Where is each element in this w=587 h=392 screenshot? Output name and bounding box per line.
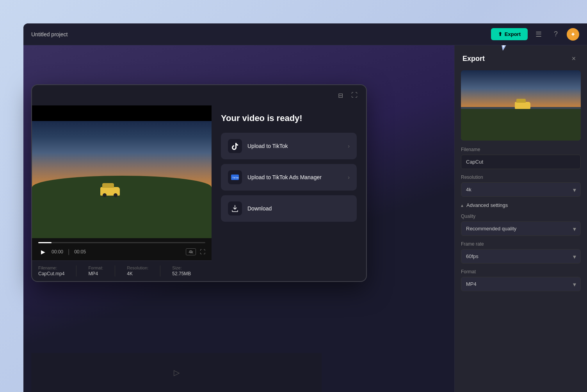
player-fullscreen-icon: ⛶ (200, 249, 205, 255)
menu-icon-button[interactable]: ☰ (532, 28, 545, 41)
framerate-select-wrapper: 60fps 30fps 24fps ▾ (461, 249, 581, 264)
modal-actions: Your video is ready! Upload to TikTok › (212, 105, 366, 281)
menu-icon: ☰ (535, 30, 542, 39)
modal-top-bar: ⊟ ⛶ (32, 85, 366, 105)
close-icon: × (572, 55, 576, 63)
filename-input[interactable] (461, 155, 581, 169)
tiktok-btn-label: Upload to TikTok (247, 143, 342, 149)
file-info: Filename: CapCut.mp4 Format: MP4 Resolut… (32, 260, 212, 281)
progress-fill (38, 242, 52, 243)
tiktok-icon (231, 142, 239, 150)
play-button[interactable]: ▶ (38, 247, 48, 257)
download-icon-container (228, 201, 242, 216)
player-fullscreen-button[interactable]: ⛶ (200, 249, 205, 255)
download-button[interactable]: Download (221, 195, 357, 222)
filename-form-label: Filename (461, 147, 581, 152)
modal-body: ▶ 00:00 | 00:05 4k ⛶ (32, 105, 366, 281)
upload-tiktok-ads-button[interactable]: TikTok Upload to TikTok Ads Manager › (221, 164, 357, 191)
resolution-select[interactable]: 4k 1080p 720p (461, 182, 581, 197)
main-content: ⊟ ⛶ (23, 45, 587, 392)
format-label: Format: (88, 265, 103, 270)
avatar: ✦ (571, 31, 575, 37)
tiktok-ads-icon-container: TikTok (228, 170, 242, 184)
help-icon-button[interactable]: ? (550, 28, 562, 41)
timeline-play-icon: ▷ (174, 368, 180, 377)
export-button[interactable]: ⬆ Export (491, 28, 528, 40)
project-title: Untitled project (31, 31, 68, 37)
time-total: 00:05 (74, 249, 86, 255)
time-current: 00:00 (52, 249, 63, 255)
help-icon: ? (554, 30, 558, 38)
filename-value: CapCut.mp4 (38, 271, 64, 276)
resolution-label: Resolution: (127, 265, 148, 270)
preview-van (515, 102, 530, 110)
file-info-format: Format: MP4 (88, 265, 103, 276)
file-info-resolution: Resolution: 4K (127, 265, 148, 276)
download-icon (231, 205, 239, 212)
quality-form-label: Quality (461, 214, 581, 219)
format-select[interactable]: MP4 MOV GIF (461, 277, 581, 291)
left-area: ⊟ ⛶ (23, 45, 454, 392)
svg-text:TikTok: TikTok (232, 176, 239, 179)
video-black-top (32, 105, 212, 121)
export-upload-icon: ⬆ (498, 31, 502, 37)
video-controls: ▶ 00:00 | 00:05 4k ⛶ (32, 238, 212, 260)
fullscreen-icon-button[interactable]: ⛶ (349, 90, 360, 101)
quality-badge[interactable]: 4k (186, 248, 196, 255)
van-wheel-left (103, 193, 107, 197)
play-icon: ▶ (41, 249, 45, 255)
preview-hills (461, 109, 581, 141)
top-bar-actions: ⬆ Export ☰ ? ✦ (491, 28, 579, 41)
feedback-icon: ⊟ (338, 92, 343, 99)
file-info-divider-1 (76, 265, 76, 276)
format-form-label: Format (461, 269, 581, 274)
export-panel-title: Export (462, 55, 485, 63)
file-info-divider-3 (160, 265, 160, 276)
framerate-select[interactable]: 60fps 30fps 24fps (461, 249, 581, 264)
file-info-filename: Filename: CapCut.mp4 (38, 265, 64, 276)
resolution-value: 4K (127, 271, 148, 276)
file-info-divider-2 (115, 265, 115, 276)
advanced-settings-label: Advanced settings (466, 202, 508, 208)
tiktok-chevron-icon: › (348, 143, 350, 149)
van (100, 187, 120, 198)
ready-title: Your video is ready! (221, 113, 357, 123)
top-bar: Untitled project ⬆ Export ☰ ? ✦ (23, 23, 587, 45)
format-value: MP4 (88, 271, 103, 276)
advanced-settings-header[interactable]: ▴ Advanced settings (461, 202, 581, 208)
size-label: Size: (172, 265, 191, 270)
export-close-button[interactable]: × (568, 53, 579, 64)
video-player: ▶ 00:00 | 00:05 4k ⛶ (32, 105, 212, 281)
video-thumbnail (32, 121, 212, 238)
fullscreen-icon: ⛶ (351, 92, 358, 99)
export-panel-header: Export × (455, 45, 587, 70)
van-wheel-right (114, 193, 117, 197)
format-select-wrapper: MP4 MOV GIF ▾ (461, 277, 581, 291)
size-value: 52.75MB (172, 271, 191, 276)
export-panel: Export × Filename Resolution (454, 45, 587, 392)
tiktok-ads-btn-label: Upload to TikTok Ads Manager (247, 174, 342, 180)
tiktok-ads-chevron-icon: › (348, 174, 350, 180)
quality-select-wrapper: Recommended quality High quality Normal … (461, 221, 581, 236)
video-screen (32, 105, 212, 238)
sunset-hills (32, 187, 212, 238)
tiktok-ads-icon: TikTok (231, 175, 239, 180)
filename-label: Filename: (38, 265, 64, 270)
export-preview (461, 70, 581, 141)
video-modal: ⊟ ⛶ (31, 84, 367, 282)
app-window: Untitled project ⬆ Export ☰ ? ✦ (23, 23, 587, 392)
avatar-button[interactable]: ✦ (567, 28, 579, 41)
progress-track[interactable] (38, 242, 205, 243)
file-info-size: Size: 52.75MB (172, 265, 191, 276)
van-body (100, 187, 120, 196)
feedback-icon-button[interactable]: ⊟ (335, 90, 346, 101)
export-form: Filename Resolution 4k 1080p 720p ▾ ▴ Ad… (455, 147, 587, 291)
tiktok-icon-container (228, 139, 242, 153)
resolution-select-wrapper: 4k 1080p 720p ▾ (461, 182, 581, 197)
preview-van-body (515, 102, 530, 109)
timeline-play-button[interactable]: ▷ (174, 368, 180, 377)
bottom-timeline: ▷ (31, 353, 322, 392)
resolution-form-label: Resolution (461, 175, 581, 180)
upload-tiktok-button[interactable]: Upload to TikTok › (221, 133, 357, 159)
quality-select[interactable]: Recommended quality High quality Normal … (461, 221, 581, 236)
